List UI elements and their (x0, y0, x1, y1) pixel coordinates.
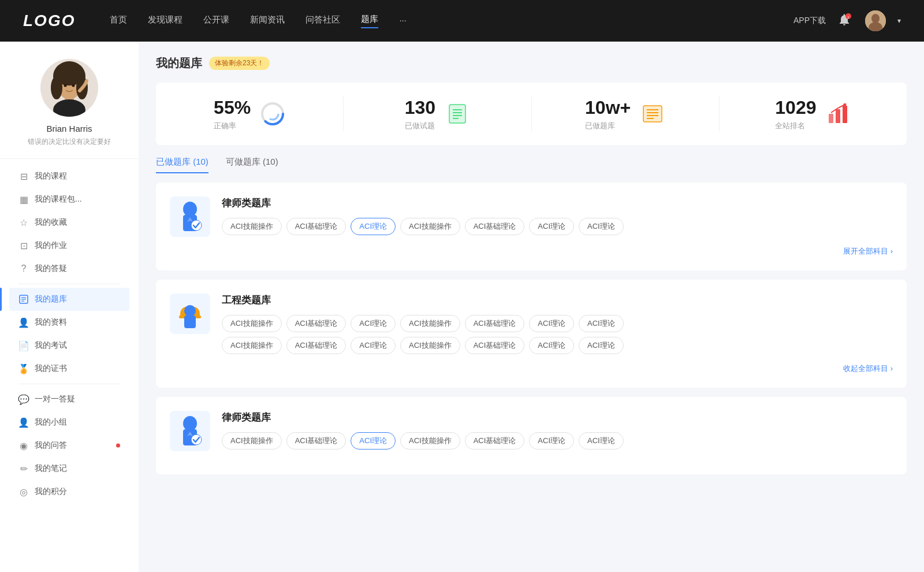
tag-item[interactable]: ACI理论 (529, 315, 574, 332)
qbank-card-header: 工程类题库 ACI技能操作 ACI基础理论 ACI理论 ACI技能操作 ACI基… (170, 294, 893, 354)
tag-item[interactable]: ACI理论 (579, 432, 624, 450)
qbank-tags-row1: ACI技能操作 ACI基础理论 ACI理论 ACI技能操作 ACI基础理论 AC… (222, 218, 893, 235)
nav-more[interactable]: ··· (399, 15, 407, 27)
sidebar-item-question-bank[interactable]: 我的题库 (9, 288, 129, 311)
exam-icon: 📄 (18, 340, 29, 351)
sidebar-item-group[interactable]: 👤 我的小组 (9, 411, 129, 434)
sidebar-item-exam[interactable]: 📄 我的考试 (9, 334, 129, 357)
sidebar-item-label: 我的笔记 (35, 463, 67, 474)
stat-ranking-text: 1029 全站排名 (775, 96, 816, 131)
qbank-card-details: 工程类题库 ACI技能操作 ACI基础理论 ACI理论 ACI技能操作 ACI基… (222, 294, 893, 354)
sidebar-item-homework[interactable]: ⊡ 我的作业 (9, 234, 129, 257)
tag-item[interactable]: ACI基础理论 (465, 337, 525, 354)
stat-ranking: 1029 全站排名 (720, 96, 907, 131)
svg-point-21 (267, 108, 278, 120)
sidebar-item-certificate[interactable]: 🏅 我的证书 (9, 357, 129, 380)
tag-item-active[interactable]: ACI理论 (351, 432, 396, 450)
tag-item[interactable]: ACI技能操作 (400, 218, 460, 235)
sidebar-item-course-package[interactable]: ▦ 我的课程包... (9, 188, 129, 211)
tab-done-banks[interactable]: 已做题库 (10) (156, 157, 208, 173)
tag-item[interactable]: ACI理论 (351, 337, 396, 354)
svg-point-45 (183, 416, 197, 431)
tag-item[interactable]: ACI基础理论 (465, 218, 525, 235)
tag-item[interactable]: ACI基础理论 (286, 218, 346, 235)
sidebar-item-my-data[interactable]: 👤 我的资料 (9, 311, 129, 334)
nav-home[interactable]: 首页 (110, 14, 127, 28)
qbank-card-header: 律师类题库 ACI技能操作 ACI基础理论 ACI理论 ACI技能操作 ACI基… (170, 411, 893, 451)
nav-qa[interactable]: 问答社区 (305, 14, 340, 28)
tag-item[interactable]: ACI基础理论 (286, 337, 346, 354)
tag-item[interactable]: ACI理论 (351, 315, 396, 332)
nav-opencourse[interactable]: 公开课 (203, 14, 229, 28)
tag-item[interactable]: ACI基础理论 (465, 432, 525, 450)
tag-item[interactable]: ACI理论 (579, 337, 624, 354)
tag-item[interactable]: ACI技能操作 (222, 218, 282, 235)
nav-news[interactable]: 新闻资讯 (250, 14, 285, 28)
nav-questionbank[interactable]: 题库 (361, 14, 378, 28)
tag-item[interactable]: ACI技能操作 (222, 432, 282, 450)
stat-done-banks: 10w+ 已做题库 (532, 96, 720, 131)
notification-bell-icon[interactable]: 1 (837, 13, 854, 29)
sidebar-item-notes[interactable]: ✏ 我的笔记 (9, 457, 129, 480)
sidebar-item-label: 我的课程包... (35, 194, 82, 205)
tag-item[interactable]: ACI技能操作 (222, 337, 282, 354)
sidebar-item-tutoring[interactable]: 💬 一对一答疑 (9, 388, 129, 411)
sidebar-menu: ⊟ 我的课程 ▦ 我的课程包... ☆ 我的收藏 ⊡ 我的作业 ? 我的答疑 (0, 165, 139, 503)
qbank-card-lawyer-2: 律师类题库 ACI技能操作 ACI基础理论 ACI理论 ACI技能操作 ACI基… (156, 397, 907, 474)
page-container: Brian Harris 错误的决定比没有决定要好 ⊟ 我的课程 ▦ 我的课程包… (0, 42, 924, 572)
tag-item[interactable]: ACI理论 (529, 337, 574, 354)
nav-discover[interactable]: 发现课程 (148, 14, 182, 28)
tag-item[interactable]: ACI理论 (529, 432, 574, 450)
lawyer-icon-wrap-2 (170, 411, 210, 451)
certificate-icon: 🏅 (18, 363, 29, 374)
user-dropdown-arrow-icon[interactable]: ▾ (897, 17, 901, 25)
tag-item[interactable]: ACI基础理论 (286, 432, 346, 450)
sidebar-item-label: 我的资料 (35, 317, 67, 328)
expand-all-subjects-link[interactable]: 展开全部科目 › (170, 246, 893, 257)
engineer-icon-wrap (170, 294, 210, 334)
sidebar-item-qa[interactable]: ? 我的答疑 (9, 257, 129, 280)
sidebar-item-my-courses[interactable]: ⊟ 我的课程 (9, 165, 129, 188)
sidebar-item-favorites[interactable]: ☆ 我的收藏 (9, 211, 129, 234)
tag-item-active[interactable]: ACI理论 (351, 218, 396, 235)
done-questions-icon (445, 101, 470, 127)
tag-item[interactable]: ACI技能操作 (400, 432, 460, 450)
question-bank-icon (18, 294, 29, 304)
tag-item[interactable]: ACI技能操作 (400, 315, 460, 332)
logo[interactable]: LOGO (23, 12, 75, 30)
accuracy-chart-icon (260, 101, 285, 127)
qbank-card-details: 律师类题库 ACI技能操作 ACI基础理论 ACI理论 ACI技能操作 ACI基… (222, 411, 893, 450)
collapse-all-subjects-link[interactable]: 收起全部科目 › (170, 363, 893, 374)
user-avatar (40, 59, 98, 117)
sidebar-item-label: 我的积分 (35, 486, 67, 497)
tag-item[interactable]: ACI基础理论 (465, 315, 525, 332)
tag-item[interactable]: ACI理论 (529, 218, 574, 235)
user-motto-label: 错误的决定比没有决定要好 (28, 137, 111, 147)
tag-item[interactable]: ACI基础理论 (286, 315, 346, 332)
stat-done-number: 130 (405, 96, 435, 118)
stat-accuracy-number: 55% (214, 96, 251, 118)
tag-item[interactable]: ACI理论 (579, 218, 624, 235)
qbank-tags-row1: ACI技能操作 ACI基础理论 ACI理论 ACI技能操作 ACI基础理论 AC… (222, 432, 893, 450)
svg-point-48 (191, 434, 202, 445)
questions-icon: ◉ (18, 440, 29, 451)
sidebar-item-points[interactable]: ◎ 我的积分 (9, 480, 129, 503)
qbank-card-header: 律师类题库 ACI技能操作 ACI基础理论 ACI理论 ACI技能操作 ACI基… (170, 196, 893, 237)
tab-available-banks[interactable]: 可做题库 (10) (226, 157, 278, 173)
tag-item[interactable]: ACI理论 (579, 315, 624, 332)
tag-item[interactable]: ACI技能操作 (222, 315, 282, 332)
qbank-tags-row1: ACI技能操作 ACI基础理论 ACI理论 ACI技能操作 ACI基础理论 AC… (222, 315, 893, 332)
avatar-image-nav (865, 10, 886, 31)
stat-accuracy-label: 正确率 (214, 121, 251, 131)
app-download-link[interactable]: APP下载 (793, 16, 826, 26)
user-avatar-nav[interactable] (865, 10, 886, 31)
sidebar-item-label: 我的课程 (35, 171, 67, 181)
svg-rect-34 (829, 114, 833, 123)
data-icon: 👤 (18, 317, 29, 328)
svg-rect-36 (843, 106, 847, 123)
tag-item[interactable]: ACI技能操作 (400, 337, 460, 354)
sidebar-item-my-questions[interactable]: ◉ 我的问答 (9, 434, 129, 457)
navbar-right: APP下载 1 ▾ (793, 10, 901, 31)
qbank-card-lawyer-1: 律师类题库 ACI技能操作 ACI基础理论 ACI理论 ACI技能操作 ACI基… (156, 183, 907, 270)
stat-accuracy: 55% 正确率 (156, 96, 344, 131)
